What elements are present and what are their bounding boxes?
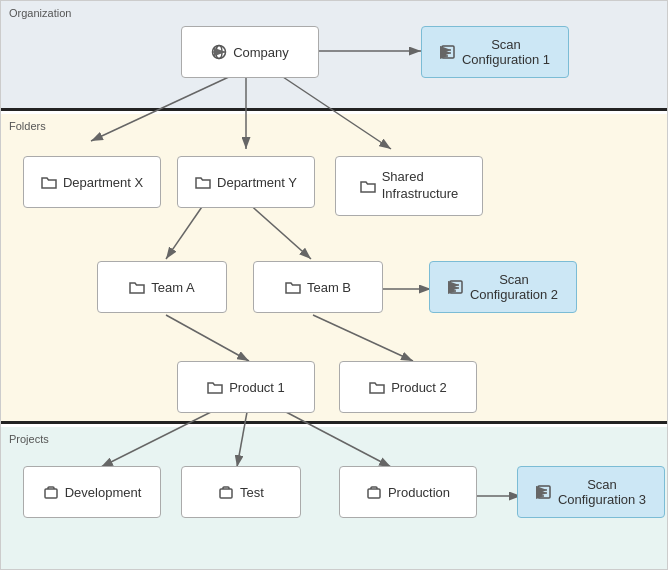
development-node[interactable]: Development	[23, 466, 161, 518]
dept-y-label: Department Y	[217, 175, 297, 190]
diagram: Organization Folders Projects	[0, 0, 668, 570]
folder-icon-product2	[369, 380, 385, 394]
team-a-label: Team A	[151, 280, 194, 295]
dept-x-node[interactable]: Department X	[23, 156, 161, 208]
folder-icon-teamb	[285, 280, 301, 294]
scan-config-1-node[interactable]: Scan Configuration 1	[421, 26, 569, 78]
folder-icon-deptx	[41, 175, 57, 189]
test-node[interactable]: Test	[181, 466, 301, 518]
svg-rect-27	[368, 489, 380, 498]
globe-icon	[211, 44, 227, 60]
team-b-node[interactable]: Team B	[253, 261, 383, 313]
scan-config-3-node[interactable]: Scan Configuration 3	[517, 466, 665, 518]
product-2-label: Product 2	[391, 380, 447, 395]
briefcase-icon-prod	[366, 485, 382, 499]
section-folders-label: Folders	[9, 120, 46, 132]
production-node[interactable]: Production	[339, 466, 477, 518]
scan-config-1-label: Scan Configuration 1	[462, 37, 550, 67]
shared-infra-label: Shared Infrastructure	[382, 169, 459, 203]
briefcase-icon-dev	[43, 485, 59, 499]
list-icon-1	[440, 44, 456, 60]
svg-rect-26	[220, 489, 232, 498]
scan-config-2-label: Scan Configuration 2	[470, 272, 558, 302]
folder-icon-depty	[195, 175, 211, 189]
list-icon-2	[448, 279, 464, 295]
list-icon-3	[536, 484, 552, 500]
production-label: Production	[388, 485, 450, 500]
shared-infra-node[interactable]: Shared Infrastructure	[335, 156, 483, 216]
briefcase-icon-test	[218, 485, 234, 499]
product-1-label: Product 1	[229, 380, 285, 395]
company-node[interactable]: Company	[181, 26, 319, 78]
folder-icon-product1	[207, 380, 223, 394]
dept-y-node[interactable]: Department Y	[177, 156, 315, 208]
section-projects-label: Projects	[9, 433, 49, 445]
product-2-node[interactable]: Product 2	[339, 361, 477, 413]
scan-config-3-label: Scan Configuration 3	[558, 477, 646, 507]
development-label: Development	[65, 485, 142, 500]
test-label: Test	[240, 485, 264, 500]
team-b-label: Team B	[307, 280, 351, 295]
scan-config-2-node[interactable]: Scan Configuration 2	[429, 261, 577, 313]
folder-icon-shared	[360, 179, 376, 193]
company-label: Company	[233, 45, 289, 60]
dept-x-label: Department X	[63, 175, 143, 190]
product-1-node[interactable]: Product 1	[177, 361, 315, 413]
folder-icon-teama	[129, 280, 145, 294]
svg-rect-25	[45, 489, 57, 498]
team-a-node[interactable]: Team A	[97, 261, 227, 313]
section-org-label: Organization	[9, 7, 71, 19]
